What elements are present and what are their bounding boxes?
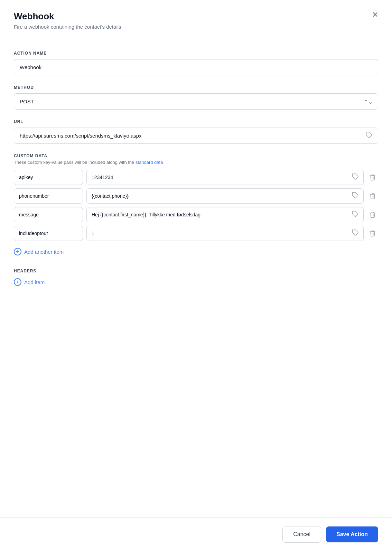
headers-section: HEADERS + Add item — [14, 269, 378, 288]
cancel-button[interactable]: Cancel — [282, 526, 321, 543]
delete-row-button[interactable] — [367, 172, 378, 183]
method-select[interactable]: POST GET PUT PATCH DELETE — [14, 93, 378, 110]
custom-data-description: These custom key-value pairs will be inc… — [14, 160, 378, 165]
data-value-wrapper — [86, 226, 364, 241]
data-value-wrapper — [86, 170, 364, 185]
plus-circle-icon: + — [14, 278, 21, 286]
url-input[interactable] — [14, 128, 378, 144]
data-value-input[interactable] — [86, 188, 364, 204]
data-key-input[interactable] — [14, 170, 83, 185]
data-key-input[interactable] — [14, 207, 83, 222]
action-name-group: ACTION NAME — [14, 51, 378, 75]
data-key-input[interactable] — [14, 188, 83, 204]
custom-data-row — [14, 226, 378, 241]
method-group: METHOD POST GET PUT PATCH DELETE ⌃⌄ — [14, 85, 378, 110]
url-group: URL — [14, 119, 378, 144]
data-value-wrapper — [86, 207, 364, 222]
add-another-item-button[interactable]: + Add another item — [14, 246, 64, 258]
standard-data-link[interactable]: standard data — [136, 160, 163, 165]
headers-label: HEADERS — [14, 269, 378, 273]
plus-circle-icon: + — [14, 248, 21, 255]
add-item-label: Add item — [24, 279, 45, 285]
modal-title: Webhook — [14, 11, 378, 22]
close-button[interactable]: ✕ — [371, 10, 380, 20]
delete-row-button[interactable] — [367, 228, 378, 239]
webhook-modal: Webhook Fire a webhook containing the co… — [0, 0, 392, 551]
url-input-wrapper — [14, 128, 378, 144]
modal-footer: Cancel Save Action — [0, 517, 392, 551]
data-value-input[interactable] — [86, 170, 364, 185]
action-name-label: ACTION NAME — [14, 51, 378, 56]
custom-data-row — [14, 207, 378, 222]
add-header-item-button[interactable]: + Add item — [14, 276, 45, 288]
action-name-input[interactable] — [14, 59, 378, 75]
data-value-input[interactable] — [86, 226, 364, 241]
data-key-input[interactable] — [14, 226, 83, 241]
add-another-item-label: Add another item — [24, 249, 64, 255]
modal-body: ACTION NAME METHOD POST GET PUT PATCH DE… — [0, 37, 392, 517]
custom-data-label: CUSTOM DATA — [14, 153, 378, 158]
method-label: METHOD — [14, 85, 378, 90]
modal-header: Webhook Fire a webhook containing the co… — [0, 0, 392, 37]
data-value-input[interactable] — [86, 207, 364, 222]
save-action-button[interactable]: Save Action — [326, 526, 378, 542]
modal-subtitle: Fire a webhook containing the contact's … — [14, 24, 378, 30]
custom-data-section: CUSTOM DATA These custom key-value pairs… — [14, 153, 378, 258]
method-select-wrapper: POST GET PUT PATCH DELETE ⌃⌄ — [14, 93, 378, 110]
custom-data-row — [14, 188, 378, 204]
custom-data-desc-text: These custom key-value pairs will be inc… — [14, 160, 134, 165]
delete-row-button[interactable] — [367, 190, 378, 202]
data-value-wrapper — [86, 188, 364, 204]
close-icon: ✕ — [372, 10, 378, 19]
custom-data-row — [14, 170, 378, 185]
delete-row-button[interactable] — [367, 209, 378, 220]
url-label: URL — [14, 119, 378, 124]
